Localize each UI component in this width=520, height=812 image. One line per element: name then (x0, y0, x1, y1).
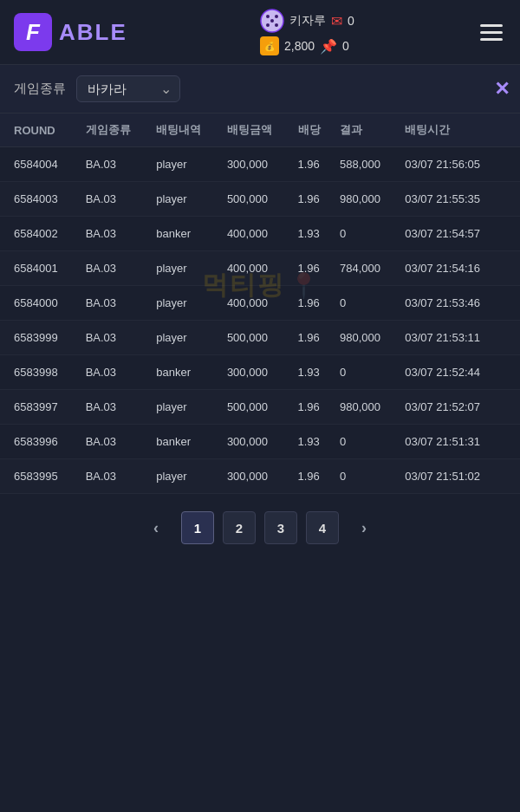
close-button[interactable]: ✕ (494, 78, 510, 101)
dice-icon (260, 9, 284, 33)
betting-history-table: ROUND 게임종류 배팅내역 배팅금액 배당 결과 배팅시간 6584004B… (0, 114, 520, 494)
coin-icon: 💰 (260, 36, 279, 55)
game-type-select[interactable]: 바카라 블랙잭 룰렛 (76, 75, 180, 102)
col-time: 배팅시간 (400, 114, 520, 147)
col-odds: 배당 (293, 114, 335, 147)
mail-icon: ✉ (331, 13, 342, 29)
svg-point-1 (266, 15, 270, 18)
hamburger-menu[interactable] (477, 21, 506, 44)
mail-count: 0 (348, 14, 354, 28)
username-row: 키자루 ✉ 0 (260, 9, 354, 33)
game-type-select-wrapper: 바카라 블랙잭 룰렛 (76, 75, 180, 102)
logo-area: F ABLE (14, 13, 127, 51)
table-row: 6584000BA.03player400,0001.96003/07 21:5… (0, 286, 520, 321)
page-4-button[interactable]: 4 (306, 511, 339, 544)
table-row: 6583996BA.03banker300,0001.93003/07 21:5… (0, 425, 520, 459)
prev-page-button[interactable]: ‹ (140, 511, 172, 544)
col-result: 결과 (335, 114, 400, 147)
table-row: 6583995BA.03player300,0001.96003/07 21:5… (0, 459, 520, 494)
table-wrapper: 먹티핑 📍 ROUND 게임종류 배팅내역 배팅금액 배당 결과 배팅시간 65… (0, 114, 520, 494)
svg-point-5 (270, 19, 274, 23)
pin-count: 0 (342, 39, 349, 53)
table-row: 6583998BA.03banker300,0001.93003/07 21:5… (0, 355, 520, 390)
svg-point-3 (266, 23, 270, 27)
col-bet-amount: 배팅금액 (222, 114, 293, 147)
table-row: 6584002BA.03banker400,0001.93003/07 21:5… (0, 217, 520, 251)
table-row: 6583999BA.03player500,0001.96980,00003/0… (0, 321, 520, 355)
page-3-button[interactable]: 3 (264, 511, 297, 544)
col-game: 게임종류 (81, 114, 152, 147)
svg-point-2 (275, 15, 278, 18)
username-label: 키자루 (289, 13, 326, 29)
user-info: 키자루 ✉ 0 💰 2,800 📌 0 (260, 9, 354, 55)
header: F ABLE 키자루 ✉ 0 💰 2,800 📌 0 (0, 0, 520, 65)
table-header-row: ROUND 게임종류 배팅내역 배팅금액 배당 결과 배팅시간 (0, 114, 520, 147)
next-page-button[interactable]: › (348, 511, 380, 544)
table-container: ROUND 게임종류 배팅내역 배팅금액 배당 결과 배팅시간 6584004B… (0, 114, 520, 494)
svg-point-4 (275, 23, 278, 27)
page-1-button[interactable]: 1 (181, 511, 214, 544)
table-row: 6583997BA.03player500,0001.96980,00003/0… (0, 390, 520, 425)
logo-text: ABLE (59, 19, 127, 46)
filter-bar: 게임종류 바카라 블랙잭 룰렛 ✕ (0, 65, 520, 114)
coins-row: 💰 2,800 📌 0 (260, 36, 349, 55)
col-bet-type: 배팅내역 (151, 114, 222, 147)
table-row: 6584003BA.03player500,0001.96980,00003/0… (0, 182, 520, 217)
page-2-button[interactable]: 2 (223, 511, 256, 544)
table-row: 6584001BA.03player400,0001.96784,00003/0… (0, 251, 520, 286)
table-row: 6584004BA.03player300,0001.96588,00003/0… (0, 147, 520, 182)
coins-value: 2,800 (284, 39, 315, 53)
logo-f-letter: F (14, 13, 52, 51)
pagination: ‹ 1 2 3 4 › (0, 494, 520, 562)
filter-label: 게임종류 (14, 81, 66, 97)
col-round: ROUND (0, 114, 81, 147)
pin-icon: 📌 (320, 38, 337, 55)
